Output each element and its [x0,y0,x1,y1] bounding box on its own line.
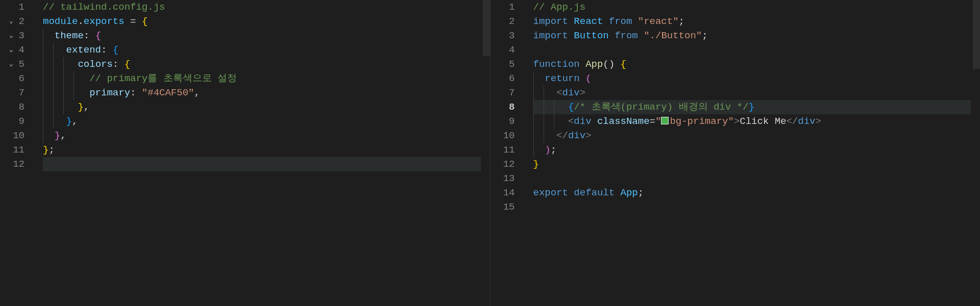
code-text: from [615,30,638,41]
code-text: div [562,87,580,98]
code-text: ; [48,144,54,156]
line-number[interactable]: 1 [0,0,24,14]
code-text: // primary를 초록색으로 설정 [89,73,237,84]
code-text: } [43,144,48,156]
code-text: { [113,44,118,56]
minimap-left[interactable] [481,0,490,306]
line-number[interactable]: 15 [491,200,515,214]
line-number[interactable]: 12 [491,157,515,171]
code-text: ; [638,187,644,198]
code-text: // tailwind.config.js [43,2,165,13]
color-swatch-icon [661,117,669,124]
gutter-left: 1 2 3 4 5 6 7 8 9 10 11 12 [0,0,36,306]
code-text: , [84,101,89,113]
code-area-right[interactable]: // App.js import React from "react"; imp… [526,0,981,306]
code-text [533,73,545,84]
code-text: className [597,116,650,127]
code-text [43,87,89,98]
editor-pane-right: 1 2 3 4 5 6 7 8 9 10 11 12 13 14 15 // A… [491,0,981,306]
code-text [533,87,557,98]
code-text: "react" [638,16,679,27]
line-number[interactable]: 11 [491,143,515,157]
code-text: theme [55,30,84,41]
code-text [43,44,66,56]
line-number[interactable]: 12 [0,157,24,171]
code-text: { [125,59,130,70]
code-text: } [66,116,72,127]
code-text: /* 초록색(primary) 배경의 div */ [574,101,748,113]
line-number[interactable]: 1 [491,0,515,14]
line-number[interactable]: 2 [0,14,24,29]
line-number[interactable]: 5 [0,57,24,71]
code-text [533,101,568,113]
minimap-right[interactable] [971,0,980,306]
line-number[interactable]: 10 [0,129,24,143]
code-text: extend [66,44,101,56]
code-text: { [621,59,626,70]
code-text: : [113,59,125,70]
gutter-right: 1 2 3 4 5 6 7 8 9 10 11 12 13 14 15 [491,0,526,306]
line-number[interactable]: 10 [491,129,515,143]
line-number[interactable]: 5 [491,57,515,71]
code-text: > [734,116,740,127]
code-text: return [545,73,579,84]
line-number[interactable]: 7 [491,86,515,100]
code-text [603,16,608,27]
code-text: module [43,16,78,27]
code-text: bg-primary [670,116,728,127]
code-text: > [580,87,585,98]
code-text: , [194,87,200,98]
line-number[interactable]: 3 [0,29,24,43]
line-number[interactable]: 14 [491,186,515,200]
code-text: : [101,44,113,56]
line-number[interactable]: 9 [491,114,515,129]
code-text: ( [585,73,591,84]
code-text: } [78,101,83,113]
code-text: < [568,116,574,127]
code-text: App [621,187,638,198]
code-text: > [585,130,591,141]
line-number[interactable]: 4 [0,43,24,57]
code-text: Button [574,30,608,41]
code-text: from [609,16,632,27]
code-text [568,30,574,41]
code-text: : [130,87,142,98]
code-text: div [568,130,585,141]
code-text: import [533,30,568,41]
code-text: } [748,101,754,113]
code-text: { [568,101,574,113]
line-number[interactable]: 8 [0,100,24,114]
line-number[interactable]: 4 [491,43,515,57]
code-text: < [556,87,562,98]
code-text: () [603,59,620,70]
code-text [533,116,568,127]
code-text [638,30,644,41]
code-text [43,130,55,141]
line-number[interactable]: 6 [0,71,24,86]
code-text: = [650,116,655,127]
code-text [580,59,585,70]
line-number[interactable]: 8 [491,100,515,114]
code-text: : [84,30,95,41]
code-text: colors [78,59,112,70]
line-number[interactable]: 9 [0,114,24,129]
code-text: ; [702,30,707,41]
line-number[interactable]: 3 [491,29,515,43]
code-area-left[interactable]: // tailwind.config.js module.exports = {… [36,0,490,306]
code-text: } [55,130,60,141]
code-text: { [142,16,148,27]
line-number[interactable]: 11 [0,143,24,157]
code-text [592,116,597,127]
code-text: " [655,116,661,127]
code-text [43,73,89,84]
code-text: " [728,116,733,127]
code-text: function [533,59,580,70]
code-text: , [60,130,66,141]
line-number[interactable]: 7 [0,86,24,100]
code-text: ; [551,144,556,156]
line-number[interactable]: 6 [491,71,515,86]
line-number[interactable]: 2 [491,14,515,29]
code-text: default [574,187,615,198]
code-text: "./Button" [644,30,702,41]
line-number[interactable]: 13 [491,171,515,186]
